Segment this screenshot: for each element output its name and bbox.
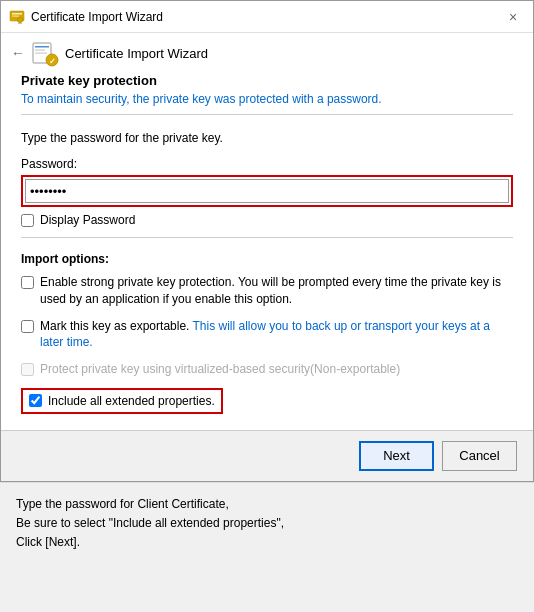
cancel-button[interactable]: Cancel: [442, 441, 517, 471]
import-options-section: Import options: Enable strong private ke…: [21, 252, 513, 414]
section-desc: To maintain security, the private key wa…: [21, 92, 513, 106]
divider: [21, 237, 513, 238]
option1-checkbox[interactable]: [21, 276, 34, 289]
include-properties-checkbox[interactable]: [29, 394, 42, 407]
svg-text:✓: ✓: [49, 57, 56, 66]
option1-row: Enable strong private key protection. Yo…: [21, 274, 513, 308]
certificate-import-wizard-window: Certificate Import Wizard × ← ✓ Certific…: [0, 0, 534, 482]
svg-line-5: [20, 22, 22, 24]
svg-rect-9: [35, 53, 47, 54]
option3-checkbox[interactable]: [21, 363, 34, 376]
certificate-icon: [9, 9, 25, 25]
option3-row: Protect private key using virtualized-ba…: [21, 361, 513, 378]
svg-rect-7: [35, 46, 49, 48]
svg-rect-2: [12, 15, 19, 16]
svg-rect-1: [12, 13, 22, 15]
annotation-line1: Type the password for Client Certificate…: [16, 497, 229, 511]
option3-label: Protect private key using virtualized-ba…: [40, 361, 400, 378]
content-area: Private key protection To maintain secur…: [1, 73, 533, 414]
option2-label[interactable]: Mark this key as exportable. This will a…: [40, 318, 513, 352]
option2-row: Mark this key as exportable. This will a…: [21, 318, 513, 352]
wizard-icon: ✓: [31, 39, 59, 67]
window-title: Certificate Import Wizard: [31, 10, 163, 24]
nav-bar: ← ✓ Certificate Import Wizard: [1, 33, 533, 73]
option2-checkbox[interactable]: [21, 320, 34, 333]
annotation-line2: Be sure to select "Include all extended …: [16, 516, 284, 530]
svg-rect-8: [35, 50, 45, 51]
next-button[interactable]: Next: [359, 441, 434, 471]
back-arrow[interactable]: ←: [11, 45, 25, 61]
import-options-title: Import options:: [21, 252, 513, 266]
section-title: Private key protection: [21, 73, 513, 88]
title-bar-left: Certificate Import Wizard: [9, 9, 163, 25]
annotation-line3: Click [Next].: [16, 535, 80, 549]
footer-bar: Next Cancel: [1, 430, 533, 481]
close-button[interactable]: ×: [501, 5, 525, 29]
password-input-wrapper: [21, 175, 513, 207]
option1-label[interactable]: Enable strong private key protection. Yo…: [40, 274, 513, 308]
password-input[interactable]: [25, 179, 509, 203]
annotation-area: Type the password for Client Certificate…: [0, 482, 534, 565]
password-label: Password:: [21, 157, 513, 171]
option2-text: Mark this key as exportable.: [40, 319, 193, 333]
display-password-checkbox[interactable]: [21, 214, 34, 227]
include-row-wrapper: Include all extended properties.: [21, 388, 223, 414]
include-properties-label[interactable]: Include all extended properties.: [48, 394, 215, 408]
display-password-label[interactable]: Display Password: [40, 213, 135, 227]
instruction-text: Type the password for the private key.: [21, 131, 513, 145]
display-password-row: Display Password: [21, 213, 513, 227]
title-bar: Certificate Import Wizard ×: [1, 1, 533, 33]
svg-point-3: [18, 17, 23, 22]
section-header: Private key protection To maintain secur…: [21, 73, 513, 115]
wizard-title: Certificate Import Wizard: [65, 46, 208, 61]
include-row-container: Include all extended properties.: [21, 388, 513, 414]
